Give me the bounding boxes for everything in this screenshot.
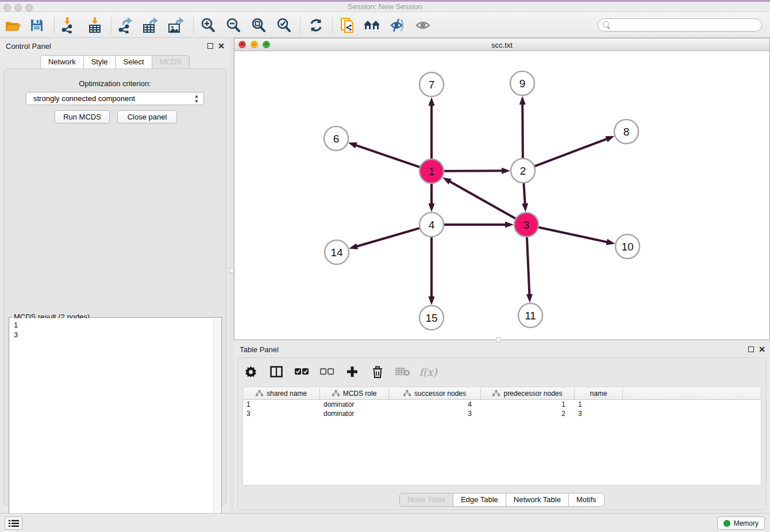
edge-2-8[interactable] [534, 138, 608, 166]
column-header-predecessor-nodes[interactable]: predecessor nodes [481, 387, 575, 399]
memory-button[interactable]: Memory [717, 516, 765, 530]
toggle-column-panel-icon[interactable] [268, 364, 285, 380]
svg-text:1: 1 [429, 165, 435, 178]
table-options-icon[interactable] [242, 364, 260, 380]
table-panel-float-icon[interactable] [748, 346, 754, 352]
delete-table-icon[interactable] [394, 364, 411, 380]
cell-predecessor-nodes[interactable]: 2 [481, 409, 575, 418]
edge-3-10[interactable] [538, 227, 608, 242]
column-header-name[interactable]: name [575, 387, 623, 399]
graph-node-15[interactable]: 15 [419, 306, 444, 330]
import-table-icon[interactable] [86, 17, 105, 34]
table-row[interactable]: 1dominator411 [243, 400, 761, 409]
result-scrollbar[interactable] [213, 318, 221, 532]
edge-arrowhead [429, 296, 435, 305]
graph-node-10[interactable]: 10 [615, 234, 640, 259]
splitter-handle[interactable] [229, 268, 234, 273]
apply-layout-icon[interactable] [306, 17, 326, 34]
graph-node-3[interactable]: 3 [514, 213, 538, 237]
tab-mcds[interactable]: MCDS [152, 55, 190, 69]
edge-arrowhead [522, 203, 528, 212]
import-network-icon[interactable] [58, 17, 78, 34]
deselect-all-rows-icon[interactable] [318, 364, 336, 380]
graph-node-14[interactable]: 14 [325, 240, 349, 264]
edge-1-2[interactable] [444, 171, 503, 171]
tab-edge-table[interactable]: Edge Table [453, 493, 506, 507]
table-rows: 1dominator4113dominator323 [243, 400, 761, 418]
status-bar: Memory [0, 513, 770, 532]
cell-successor-nodes[interactable]: 4 [389, 400, 481, 409]
edge-2-9[interactable] [522, 103, 523, 159]
edge-3-1[interactable] [449, 181, 515, 219]
select-all-rows-icon[interactable] [293, 364, 310, 380]
edge-arrowhead [605, 136, 614, 142]
search-input-container [598, 18, 762, 32]
cell-shared-name[interactable]: 3 [243, 409, 320, 418]
control-panel-close-icon[interactable]: ✕ [217, 42, 225, 50]
zoom-fit-icon[interactable] [249, 17, 268, 34]
column-header-shared-name[interactable]: shared name [243, 387, 320, 399]
edge-3-11[interactable] [527, 237, 530, 295]
optimization-criterion-select[interactable]: strongly connected component ▲▼ [26, 92, 204, 105]
tab-node-table[interactable]: Node Table [399, 493, 453, 507]
graph-node-2[interactable]: 2 [511, 159, 535, 183]
cell-name[interactable]: 1 [575, 400, 623, 409]
open-session-icon[interactable] [3, 17, 22, 34]
edge-2-3[interactable] [523, 183, 525, 205]
graph-node-1[interactable]: 1 [419, 159, 444, 183]
graph-node-6[interactable]: 6 [324, 126, 348, 151]
zoom-out-icon[interactable] [224, 17, 243, 34]
graph-node-8[interactable]: 8 [614, 119, 638, 144]
tab-select[interactable]: Select [116, 55, 152, 69]
edge-arrowhead [526, 294, 533, 303]
node-table[interactable]: shared nameMCDS rolesuccessor nodesprede… [242, 387, 761, 485]
function-builder-icon[interactable]: f(x) [419, 364, 437, 380]
edge-1-6[interactable] [355, 145, 420, 167]
first-neighbors-icon[interactable] [363, 17, 382, 34]
zoom-selected-icon[interactable] [274, 17, 294, 34]
hide-selected-icon[interactable] [388, 17, 407, 34]
table-panel-close-icon[interactable]: ✕ [758, 345, 766, 353]
new-network-from-selection-icon[interactable] [338, 17, 357, 34]
add-column-icon[interactable] [344, 364, 361, 380]
tab-network[interactable]: Network [40, 55, 84, 69]
cell-MCDS-role[interactable]: dominator [320, 409, 389, 418]
network-canvas[interactable]: 7968124314101511 [234, 51, 769, 340]
close-panel-button[interactable]: Close panel [117, 110, 177, 124]
tab-motifs[interactable]: Motifs [568, 493, 605, 507]
graph-node-9[interactable]: 9 [510, 71, 534, 95]
table-panel: Table Panel ✕ [234, 342, 770, 511]
show-all-icon[interactable] [413, 17, 433, 34]
table-row[interactable]: 3dominator323 [243, 409, 761, 418]
task-history-button[interactable] [5, 516, 22, 530]
svg-text:2: 2 [520, 165, 526, 177]
column-header-MCDS-role[interactable]: MCDS role [320, 387, 389, 399]
cell-MCDS-role[interactable]: dominator [320, 400, 389, 409]
export-network-icon[interactable] [116, 17, 135, 34]
control-panel-tabs: NetworkStyleSelectMCDS [0, 55, 230, 69]
mcds-result-list[interactable]: 13 [10, 318, 213, 532]
cell-shared-name[interactable]: 1 [243, 400, 320, 409]
cell-successor-nodes[interactable]: 3 [389, 409, 481, 418]
export-table-icon[interactable] [141, 17, 160, 34]
run-mcds-button[interactable]: Run MCDS [55, 110, 110, 124]
graph-node-7[interactable]: 7 [419, 72, 444, 97]
cell-predecessor-nodes[interactable]: 1 [481, 400, 575, 409]
zoom-in-icon[interactable] [198, 17, 218, 34]
graph-node-11[interactable]: 11 [518, 303, 542, 327]
column-header-successor-nodes[interactable]: successor nodes [389, 387, 481, 399]
tab-network-table[interactable]: Network Table [506, 493, 569, 507]
save-session-icon[interactable] [27, 17, 47, 34]
control-panel-float-icon[interactable] [207, 43, 213, 49]
mcds-panel: Optimization criterion: strongly connect… [3, 68, 226, 505]
vertical-splitter[interactable] [230, 38, 234, 513]
delete-column-icon[interactable] [369, 364, 386, 380]
svg-text:4: 4 [429, 219, 435, 231]
edge-4-14[interactable] [356, 228, 420, 246]
svg-text:14: 14 [330, 246, 343, 259]
graph-node-4[interactable]: 4 [419, 213, 444, 237]
search-input[interactable] [610, 21, 761, 29]
tab-style[interactable]: Style [83, 55, 116, 69]
cell-name[interactable]: 3 [575, 409, 623, 418]
export-image-icon[interactable] [166, 17, 186, 34]
